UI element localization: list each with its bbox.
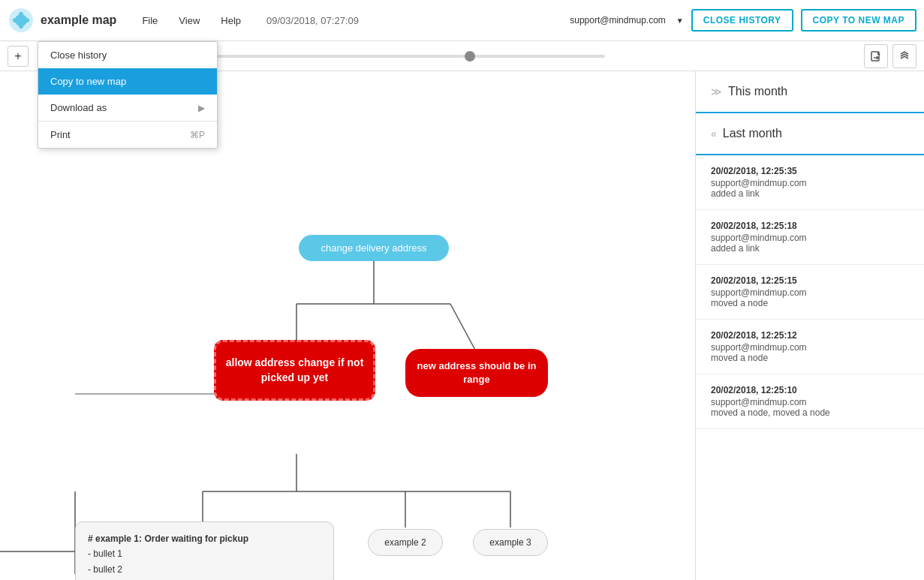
history-action-4: moved a node — [711, 353, 909, 363]
this-month-label: This month — [728, 85, 787, 98]
history-time-3: 20/02/2018, 12:25:15 — [711, 275, 909, 286]
example1-title: # example 1: Order waiting for pickup — [88, 531, 321, 546]
node-example2[interactable]: example 2 — [368, 529, 443, 556]
node-example1[interactable]: # example 1: Order waiting for pickup - … — [75, 521, 334, 580]
collapse-icon[interactable] — [892, 44, 916, 68]
menu-bar: File View Help — [131, 11, 251, 31]
logo-icon — [8, 7, 35, 34]
history-list: 20/02/2018, 12:25:35 support@mindmup.com… — [696, 155, 924, 429]
last-month-label: Last month — [723, 127, 782, 140]
history-item[interactable]: 20/02/2018, 12:25:35 support@mindmup.com… — [696, 155, 924, 210]
user-email: support@mindmup.com — [570, 15, 666, 26]
slider-thumb[interactable] — [465, 51, 475, 62]
copy-to-new-map-button[interactable]: COPY TO NEW MAP — [801, 9, 916, 32]
header: example map File View Help 09/03/2018, 0… — [0, 0, 924, 41]
history-action-5: moved a node, moved a node — [711, 407, 909, 418]
sidebar: ≫ This month « Last month 20/02/2018, 12… — [695, 71, 924, 580]
history-time-5: 20/02/2018, 12:25:10 — [711, 385, 909, 395]
history-user-2: support@mindmup.com — [711, 233, 909, 243]
timestamp: 09/03/2018, 07:27:09 — [266, 15, 359, 26]
history-item[interactable]: 20/02/2018, 12:25:18 support@mindmup.com… — [696, 210, 924, 265]
dropdown-copy-to-new-map[interactable]: Copy to new map — [38, 68, 217, 95]
user-dropdown-arrow[interactable]: ▼ — [676, 17, 684, 25]
dropdown-download-as[interactable]: Download as ▶ — [38, 95, 217, 121]
history-time-2: 20/02/2018, 12:25:18 — [711, 221, 909, 231]
history-user-5: support@mindmup.com — [711, 397, 909, 407]
last-month-header[interactable]: « Last month — [696, 113, 924, 155]
export-icon[interactable] — [864, 44, 888, 68]
zoom-in-button[interactable]: + — [8, 46, 29, 67]
this-month-collapse-icon: ≫ — [711, 86, 722, 98]
svg-line-14 — [450, 304, 477, 353]
this-month-header[interactable]: ≫ This month — [696, 71, 924, 113]
history-time-4: 20/02/2018, 12:25:12 — [711, 330, 909, 341]
example1-bullet2: - bullet 2 — [88, 562, 321, 577]
history-action-1: added a link — [711, 188, 909, 199]
last-month-expand-icon: « — [711, 128, 717, 140]
example1-bullet1: - bullet 1 — [88, 546, 321, 561]
history-item[interactable]: 20/02/2018, 12:25:15 support@mindmup.com… — [696, 265, 924, 320]
download-arrow-icon: ▶ — [198, 103, 205, 113]
print-shortcut: ⌘P — [190, 130, 205, 140]
menu-view[interactable]: View — [168, 11, 210, 31]
header-actions: support@mindmup.com ▼ CLOSE HISTORY COPY… — [570, 9, 916, 32]
dropdown-close-history[interactable]: Close history — [38, 42, 217, 68]
history-item[interactable]: 20/02/2018, 12:25:12 support@mindmup.com… — [696, 320, 924, 374]
menu-help[interactable]: Help — [210, 11, 251, 31]
history-item[interactable]: 20/02/2018, 12:25:10 support@mindmup.com… — [696, 374, 924, 429]
dropdown-print[interactable]: Print ⌘P — [38, 122, 217, 148]
history-action-2: added a link — [711, 243, 909, 254]
file-dropdown-menu: Close history Copy to new map Download a… — [38, 41, 218, 149]
node-example3[interactable]: example 3 — [473, 529, 548, 556]
menu-file[interactable]: File — [131, 11, 168, 31]
node-allow-address[interactable]: allow address change if not picked up ye… — [214, 340, 375, 401]
app-title: example map — [41, 14, 116, 27]
history-user-4: support@mindmup.com — [711, 342, 909, 353]
close-history-button[interactable]: CLOSE HISTORY — [691, 9, 793, 32]
history-user-3: support@mindmup.com — [711, 287, 909, 298]
node-root[interactable]: change delivery address — [299, 235, 449, 261]
logo-area: example map — [8, 7, 116, 34]
node-new-address[interactable]: new address should be in range — [405, 349, 548, 397]
history-action-3: moved a node — [711, 298, 909, 308]
history-user-1: support@mindmup.com — [711, 178, 909, 188]
toolbar-icons — [864, 44, 916, 68]
history-time-1: 20/02/2018, 12:25:35 — [711, 166, 909, 176]
